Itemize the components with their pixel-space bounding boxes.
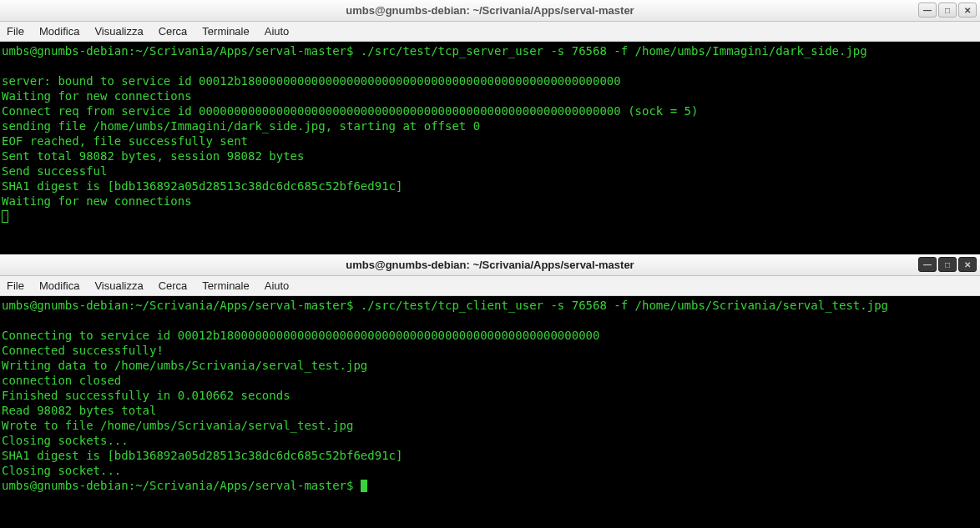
term2-line: connection closed [2, 374, 121, 387]
menu-visualizza[interactable]: Visualizza [94, 25, 143, 38]
term2-line: SHA1 digest is [bdb136892a05d28513c38dc6… [2, 449, 402, 462]
minimize-button[interactable]: — [918, 3, 937, 18]
window1-titlebar[interactable]: umbs@gnumbs-debian: ~/Scrivania/Apps/ser… [0, 0, 980, 22]
cursor-inactive [2, 210, 8, 223]
menu-modifica[interactable]: Modifica [39, 25, 79, 38]
term1-line: Connect req from service id 000000000000… [2, 104, 698, 118]
window2-window-buttons: — □ ✕ [917, 257, 977, 272]
term1-line: sending file /home/umbs/Immagini/dark_si… [2, 119, 480, 133]
term1-line: umbs@gnumbs-debian:~/Scrivania/Apps/serv… [2, 44, 867, 58]
menu-aiuto[interactable]: Aiuto [265, 25, 290, 38]
maximize-button[interactable]: □ [938, 3, 957, 18]
window2-titlebar[interactable]: umbs@gnumbs-debian: ~/Scrivania/Apps/ser… [0, 254, 980, 276]
term2-line: Closing sockets... [2, 434, 129, 447]
window1-menubar: File Modifica Visualizza Cerca Terminale… [0, 22, 980, 42]
terminal-output-2[interactable]: umbs@gnumbs-debian:~/Scrivania/Apps/serv… [0, 296, 980, 520]
term1-line: Waiting for new connections [2, 89, 192, 103]
menu-cerca[interactable]: Cerca [159, 279, 188, 292]
term2-line: Connecting to service id 00012b180000000… [2, 329, 599, 342]
term2-line: Closing socket... [2, 464, 121, 477]
close-button[interactable]: ✕ [958, 257, 977, 272]
term2-line: Finished successfully in 0.010662 second… [2, 389, 290, 402]
menu-aiuto[interactable]: Aiuto [265, 279, 290, 292]
minimize-button[interactable]: — [918, 257, 937, 272]
menu-file[interactable]: File [7, 25, 24, 38]
menu-visualizza[interactable]: Visualizza [94, 279, 143, 292]
window1-window-buttons: — □ ✕ [917, 3, 977, 18]
menu-terminale[interactable]: Terminale [202, 25, 249, 38]
term2-line: Writing data to /home/umbs/Scrivania/ser… [2, 359, 367, 372]
menu-file[interactable]: File [7, 279, 24, 292]
term1-line: Sent total 98082 bytes, session 98082 by… [2, 149, 304, 163]
term2-line: umbs@gnumbs-debian:~/Scrivania/Apps/serv… [2, 299, 888, 312]
terminal-window-1: umbs@gnumbs-debian: ~/Scrivania/Apps/ser… [0, 0, 980, 254]
close-button[interactable]: ✕ [958, 3, 977, 18]
maximize-button[interactable]: □ [938, 257, 957, 272]
window2-title: umbs@gnumbs-debian: ~/Scrivania/Apps/ser… [346, 259, 634, 271]
menu-cerca[interactable]: Cerca [159, 25, 188, 38]
term2-line: Read 98082 bytes total [2, 404, 156, 417]
window2-menubar: File Modifica Visualizza Cerca Terminale… [0, 276, 980, 296]
cursor-active [361, 480, 367, 492]
term2-line: umbs@gnumbs-debian:~/Scrivania/Apps/serv… [2, 479, 361, 492]
terminal-output-1[interactable]: umbs@gnumbs-debian:~/Scrivania/Apps/serv… [0, 42, 980, 254]
window1-title: umbs@gnumbs-debian: ~/Scrivania/Apps/ser… [346, 4, 634, 17]
term2-line: Wrote to file /home/umbs/Scrivania/serva… [2, 419, 353, 432]
menu-terminale[interactable]: Terminale [202, 279, 249, 292]
term2-line: Connected successfully! [2, 344, 164, 357]
menu-modifica[interactable]: Modifica [39, 279, 79, 292]
term1-line: server: bound to service id 00012b180000… [2, 74, 621, 88]
term1-line: SHA1 digest is [bdb136892a05d28513c38dc6… [2, 179, 402, 193]
terminal-window-2: umbs@gnumbs-debian: ~/Scrivania/Apps/ser… [0, 254, 980, 528]
term1-line: EOF reached, file successfully sent [2, 134, 248, 148]
term1-line: Waiting for new connections [2, 194, 192, 208]
term1-line: Send successful [2, 164, 107, 178]
